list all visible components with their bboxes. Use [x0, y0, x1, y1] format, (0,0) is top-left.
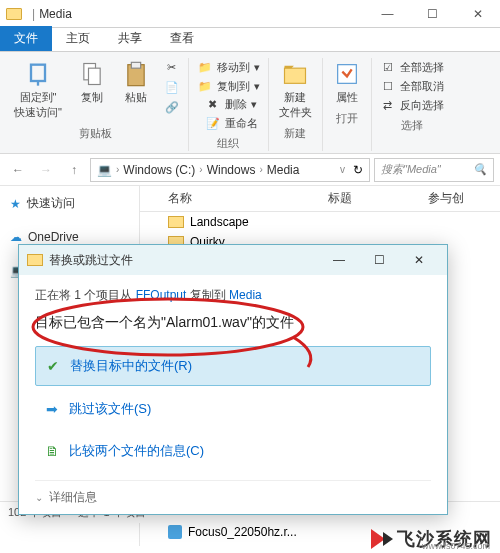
copy-icon: [78, 60, 106, 88]
copy-label: 复制: [81, 90, 103, 105]
paste-shortcut-button[interactable]: 🔗: [162, 98, 182, 116]
up-button[interactable]: ↑: [62, 158, 86, 182]
dlg-src-link[interactable]: FFOutput: [136, 288, 187, 302]
col-contrib[interactable]: 参与创: [420, 186, 500, 211]
tab-home[interactable]: 主页: [52, 26, 104, 51]
move-to-button[interactable]: 📁移动到 ▾: [195, 58, 262, 76]
window-title: Media: [39, 7, 72, 21]
scissors-icon: ✂: [164, 59, 180, 75]
forward-button[interactable]: →: [34, 158, 58, 182]
watermark-logo-icon: [383, 532, 393, 546]
dialog-more-details[interactable]: ⌄ 详细信息: [35, 480, 431, 506]
pin-label: 固定到" 快速访问": [14, 90, 62, 120]
dialog-maximize-button[interactable]: ☐: [359, 246, 399, 274]
dialog-title: 替换或跳过文件: [49, 252, 133, 269]
option-skip-label: 跳过该文件(S): [69, 400, 151, 418]
item-name: Focus0_22050hz.r...: [188, 525, 297, 539]
option-skip[interactable]: ➡ 跳过该文件(S): [35, 390, 431, 428]
select-none-button[interactable]: ☐全部取消: [378, 77, 446, 95]
compare-icon: 🗎: [43, 442, 61, 460]
dialog-titlebar: 替换或跳过文件 — ☐ ✕: [19, 245, 447, 275]
tab-file[interactable]: 文件: [0, 26, 52, 51]
new-group-label: 新建: [284, 126, 306, 141]
dialog-minimize-button[interactable]: —: [319, 246, 359, 274]
star-icon: ★: [10, 197, 21, 211]
invert-icon: ⇄: [380, 97, 396, 113]
search-icon: 🔍: [473, 163, 487, 176]
copy-path-button[interactable]: 📄: [162, 78, 182, 96]
replace-skip-dialog: 替换或跳过文件 — ☐ ✕ 正在将 1 个项目从 FFOutput 复制到 Me…: [18, 244, 448, 515]
tab-view[interactable]: 查看: [156, 26, 208, 51]
watermark-url: www.fs0745.com: [422, 542, 490, 551]
option-replace-label: 替换目标中的文件(R): [70, 357, 192, 375]
tab-share[interactable]: 共享: [104, 26, 156, 51]
back-button[interactable]: ←: [6, 158, 30, 182]
delete-button[interactable]: ✖删除 ▾: [203, 95, 259, 113]
more-label: 详细信息: [49, 489, 97, 506]
delete-icon: ✖: [205, 96, 221, 112]
delete-label: 删除: [225, 97, 247, 112]
select-group-label: 选择: [401, 118, 423, 133]
crumb-1[interactable]: Windows: [207, 163, 256, 177]
copyto-icon: 📁: [197, 78, 213, 94]
copy-button[interactable]: 复制: [74, 58, 110, 107]
path-icon: 📄: [164, 79, 180, 95]
dlg-filename: Alarm01.wav: [166, 314, 247, 330]
rename-button[interactable]: 📝重命名: [203, 114, 260, 132]
rename-icon: 📝: [205, 115, 221, 131]
selectall-label: 全部选择: [400, 60, 444, 75]
option-compare[interactable]: 🗎 比较两个文件的信息(C): [35, 432, 431, 470]
col-title[interactable]: 标题: [320, 186, 420, 211]
minimize-button[interactable]: —: [365, 0, 410, 28]
selectnone-label: 全部取消: [400, 79, 444, 94]
crumb-0[interactable]: Windows (C:): [123, 163, 195, 177]
paste-label: 粘贴: [125, 90, 147, 105]
cut-button[interactable]: ✂: [162, 58, 182, 76]
menu-tabs: 文件 主页 共享 查看: [0, 28, 500, 52]
nav-quick-access[interactable]: ★快速访问: [0, 192, 139, 215]
breadcrumb[interactable]: 💻 › Windows (C:)› Windows› Media v ↻: [90, 158, 370, 182]
selectall-icon: ☑: [380, 59, 396, 75]
dlg-mid: 复制到: [186, 288, 229, 302]
title-separator: |: [32, 7, 35, 21]
properties-button[interactable]: 属性: [329, 58, 365, 107]
close-button[interactable]: ✕: [455, 0, 500, 28]
skip-icon: ➡: [43, 400, 61, 418]
refresh-button[interactable]: ↻: [353, 163, 363, 177]
audio-icon: [168, 525, 182, 539]
paste-icon: [122, 60, 150, 88]
copy-to-button[interactable]: 📁复制到 ▾: [195, 77, 262, 95]
nav-quick-label: 快速访问: [27, 195, 75, 212]
dlg-dst-link[interactable]: Media: [229, 288, 262, 302]
moveto-label: 移动到: [217, 60, 250, 75]
address-bar: ← → ↑ 💻 › Windows (C:)› Windows› Media v…: [0, 154, 500, 186]
dialog-close-button[interactable]: ✕: [399, 246, 439, 274]
selectnone-icon: ☐: [380, 78, 396, 94]
list-item[interactable]: Landscape: [140, 212, 500, 232]
watermark: 飞沙系统网 www.fs0745.com: [371, 529, 492, 549]
svg-rect-6: [338, 65, 357, 84]
shortcut-icon: 🔗: [164, 99, 180, 115]
invert-selection-button[interactable]: ⇄反向选择: [378, 96, 446, 114]
invert-label: 反向选择: [400, 98, 444, 113]
crumb-2[interactable]: Media: [267, 163, 300, 177]
paste-button[interactable]: 粘贴: [118, 58, 154, 107]
new-folder-button[interactable]: 新建 文件夹: [275, 58, 316, 122]
pin-quickaccess-button[interactable]: 固定到" 快速访问": [10, 58, 66, 122]
new-folder-icon: [281, 60, 309, 88]
svg-rect-0: [31, 65, 45, 81]
pc-icon: 💻: [97, 163, 112, 177]
search-input[interactable]: 搜索"Media" 🔍: [374, 158, 494, 182]
folder-icon: [27, 254, 43, 266]
moveto-icon: 📁: [197, 59, 213, 75]
new-folder-label: 新建 文件夹: [279, 90, 312, 120]
item-name: Landscape: [190, 215, 249, 229]
chevron-down-icon: ⌄: [35, 492, 43, 503]
properties-label: 属性: [336, 90, 358, 105]
dialog-question: 目标已包含一个名为"Alarm01.wav"的文件: [35, 314, 431, 332]
maximize-button[interactable]: ☐: [410, 0, 455, 28]
option-replace[interactable]: ✔ 替换目标中的文件(R): [35, 346, 431, 386]
folder-icon: [6, 8, 22, 20]
select-all-button[interactable]: ☑全部选择: [378, 58, 446, 76]
col-name[interactable]: 名称: [160, 186, 320, 211]
